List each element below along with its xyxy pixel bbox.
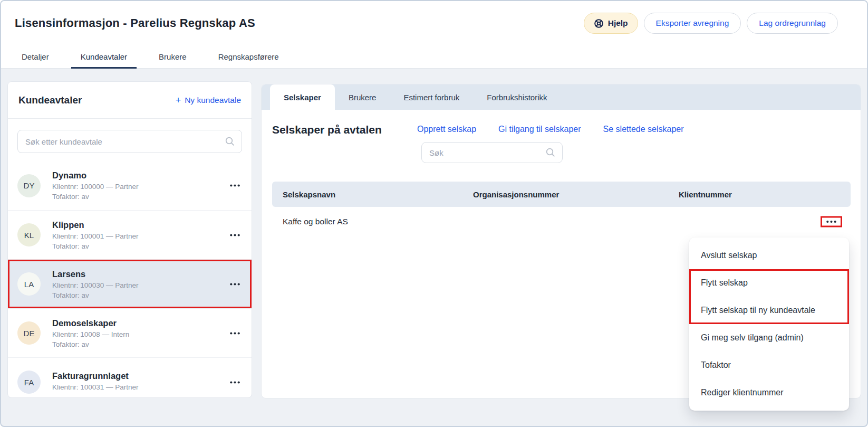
new-agreement-label: Ny kundeavtale — [185, 96, 241, 105]
export-settlement-button[interactable]: Eksporter avregning — [644, 13, 741, 34]
menu-item-flytt-selskap-ny-kundeavtale[interactable]: Flytt selskap til ny kundeavtale — [689, 297, 849, 324]
help-button-label: Hjelp — [608, 18, 628, 28]
agreement-name: Dynamo — [52, 170, 229, 181]
kebab-menu-icon — [230, 234, 240, 236]
create-company-link[interactable]: Opprett selskap — [417, 125, 476, 134]
kebab-menu-icon — [230, 381, 240, 384]
new-agreement-link[interactable]: + Ny kundeavtale — [176, 96, 241, 105]
avatar: KL — [17, 223, 41, 246]
agreement-item-demoselskaper[interactable]: DE Demoselskaper Klientnr: 10008 — Inter… — [8, 308, 252, 357]
company-search-section — [421, 142, 563, 163]
customer-agreements-title: Kundeavtaler — [18, 94, 82, 106]
agreement-tofaktor: Tofaktor: av — [52, 242, 229, 250]
kebab-annotation-box — [821, 216, 842, 227]
grant-access-link[interactable]: Gi tilgang til selskaper — [498, 125, 581, 134]
license-info-page: Lisensinformasjon - Parelius Regnskap AS… — [0, 0, 868, 427]
companies-table: Selskapsnavn Organisasjonsnummer Klientn… — [272, 182, 851, 236]
lifebuoy-icon — [594, 18, 604, 29]
menu-item-flytt-selskap[interactable]: Flytt selskap — [689, 269, 849, 297]
agreement-search-input[interactable] — [17, 130, 242, 153]
table-row[interactable]: Kaffe og boller AS — [272, 207, 851, 236]
kebab-menu-icon — [230, 184, 240, 187]
agreement-name: Larsens — [52, 269, 229, 279]
agreement-name: Demoselskaper — [52, 318, 229, 328]
search-icon — [545, 147, 556, 158]
panel-tab-brukere[interactable]: Brukere — [335, 84, 390, 110]
panel-tabstrip: Selskaper Brukere Estimert forbruk Forbr… — [262, 84, 861, 110]
avatar: DE — [17, 321, 41, 345]
avatar: DY — [17, 174, 41, 197]
agreement-tofaktor: Tofaktor: av — [52, 193, 229, 201]
agreement-item-larsens[interactable]: LA Larsens Klientnr: 100030 — Partner To… — [8, 259, 252, 308]
see-deleted-companies-link[interactable]: Se slettede selskaper — [603, 125, 684, 134]
panel-action-links: Opprett selskap Gi tilgang til selskaper… — [417, 125, 684, 134]
avatar: LA — [17, 272, 41, 296]
company-search-input[interactable] — [421, 142, 563, 163]
menu-item-rediger-klientnummer[interactable]: Rediger klientnummer — [689, 379, 849, 406]
tab-kundeavtaler[interactable]: Kundeavtaler — [71, 45, 137, 68]
page-header: Lisensinformasjon - Parelius Regnskap AS… — [1, 1, 867, 45]
agreement-kebab-button[interactable] — [229, 232, 241, 239]
tab-detaljer[interactable]: Detaljer — [12, 45, 59, 68]
avatar: FA — [17, 371, 41, 394]
column-klientnummer: Klientnummer — [679, 190, 732, 199]
agreement-item-fakturagrunnlaget[interactable]: FA Fakturagrunnlaget Klientnr: 100031 — … — [8, 357, 252, 398]
customer-agreements-header: Kundeavtaler + Ny kundeavtale — [8, 82, 252, 119]
menu-item-avslutt-selskap[interactable]: Avslutt selskap — [689, 242, 849, 269]
agreement-kebab-button[interactable] — [229, 281, 241, 288]
column-organisasjonsnummer: Organisasjonsnummer — [473, 190, 559, 199]
agreement-clientnr: Klientnr: 100030 — Partner — [52, 281, 229, 289]
create-order-basis-button[interactable]: Lag ordregrunnlag — [747, 13, 838, 34]
agreement-clientnr: Klientnr: 100031 — Partner — [52, 383, 229, 391]
agreement-name: Klippen — [52, 220, 229, 230]
kebab-menu-icon — [230, 332, 240, 335]
kebab-menu-icon — [826, 221, 836, 223]
company-kebab-button[interactable] — [826, 220, 836, 224]
companies-table-header: Selskapsnavn Organisasjonsnummer Klientn… — [272, 182, 851, 207]
agreement-name: Fakturagrunnlaget — [52, 371, 229, 381]
search-icon — [225, 136, 235, 147]
company-name-cell: Kaffe og boller AS — [283, 217, 348, 226]
agreement-clientnr: Klientnr: 100001 — Partner — [52, 232, 229, 240]
plus-icon: + — [176, 96, 181, 105]
agreement-kebab-button[interactable] — [229, 379, 241, 386]
panel-tab-forbrukshistorikk[interactable]: Forbrukshistorikk — [473, 84, 561, 110]
agreement-item-klippen[interactable]: KL Klippen Klientnr: 100001 — Partner To… — [8, 210, 252, 259]
kebab-menu-icon — [230, 283, 240, 286]
agreement-item-dynamo[interactable]: DY Dynamo Klientnr: 100000 — Partner Tof… — [8, 161, 252, 210]
company-context-menu: Avslutt selskap Flytt selskap Flytt sels… — [689, 238, 849, 411]
agreement-tofaktor: Tofaktor: av — [52, 340, 229, 348]
tab-brukere[interactable]: Brukere — [149, 45, 196, 68]
panel-tab-selskaper[interactable]: Selskaper — [270, 84, 335, 110]
agreement-clientnr: Klientnr: 100000 — Partner — [52, 183, 229, 191]
tab-regnskapsforere[interactable]: Regnskapsførere — [209, 45, 288, 68]
help-button[interactable]: Hjelp — [584, 13, 638, 34]
main-tabstrip: Detaljer Kundeavtaler Brukere Regnskapsf… — [1, 45, 867, 69]
agreement-list: DY Dynamo Klientnr: 100000 — Partner Tof… — [8, 161, 252, 398]
agreement-clientnr: Klientnr: 10008 — Intern — [52, 330, 229, 338]
panel-tab-estimert-forbruk[interactable]: Estimert forbruk — [390, 84, 473, 110]
header-actions: Hjelp Eksporter avregning Lag ordregrunn… — [584, 13, 838, 34]
column-selskapsnavn: Selskapsnavn — [283, 190, 335, 199]
agreement-kebab-button[interactable] — [229, 182, 241, 189]
customer-agreements-card: Kundeavtaler + Ny kundeavtale DY — [7, 81, 252, 398]
page-title: Lisensinformasjon - Parelius Regnskap AS — [15, 16, 255, 30]
menu-item-tofaktor[interactable]: Tofaktor — [689, 352, 849, 379]
agreement-search-section — [8, 119, 252, 161]
menu-item-gi-meg-selv-tilgang[interactable]: Gi meg selv tilgang (admin) — [689, 324, 849, 352]
agreement-kebab-button[interactable] — [229, 330, 241, 337]
companies-on-agreement-heading: Selskaper på avtalen — [272, 121, 396, 138]
agreement-tofaktor: Tofaktor: av — [52, 291, 229, 299]
